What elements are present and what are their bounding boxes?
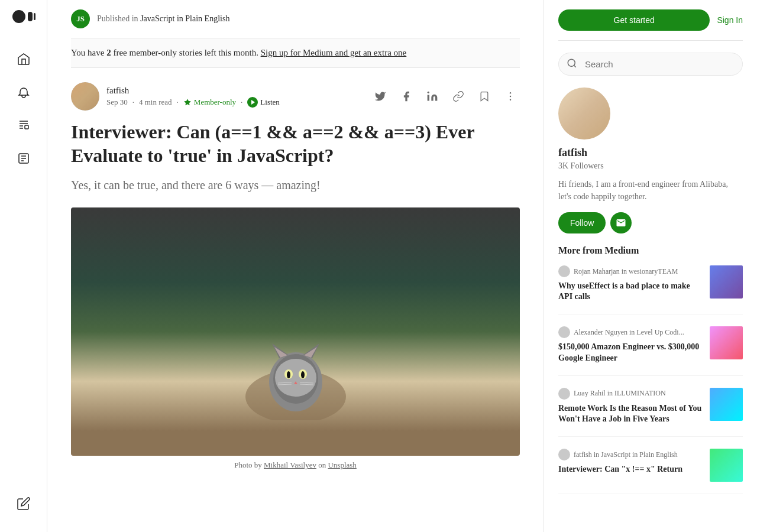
svg-point-20 (301, 371, 305, 378)
search-icon (567, 58, 577, 71)
publication-avatar: JS (71, 9, 90, 28)
more-item-title-0[interactable]: Why useEffect is a bad place to make API… (558, 281, 703, 302)
read-time: 4 min read (139, 98, 172, 107)
publication-text: Published in JavaScript in Plain English (97, 14, 229, 24)
sidebar-nav (9, 45, 38, 489)
more-author-avatar-1 (558, 326, 570, 338)
more-author-avatar-3 (558, 449, 570, 460)
svg-point-0 (12, 10, 25, 23)
more-item-title-2[interactable]: Remote Work Is the Reason Most of You Wo… (558, 403, 703, 424)
svg-rect-2 (34, 13, 35, 20)
more-item-thumbnail-1 (710, 326, 743, 359)
membership-banner: You have 2 free member-only stories left… (71, 38, 520, 68)
author-card-followers: 3K Followers (558, 161, 743, 171)
share-linkedin-icon[interactable] (423, 87, 442, 106)
more-item-title-1[interactable]: $150,000 Amazon Engineer vs. $300,000 Go… (558, 342, 703, 363)
search-container (558, 53, 743, 76)
publication-link[interactable]: JavaScript in Plain English (140, 14, 229, 23)
save-icon[interactable] (475, 87, 494, 106)
sidebar-item-notifications[interactable] (9, 78, 38, 106)
sidebar-item-stories[interactable] (9, 144, 38, 173)
svg-point-6 (510, 92, 512, 94)
photographer-link[interactable]: Mikhail Vasilyev (264, 460, 316, 469)
svg-rect-1 (28, 12, 33, 21)
more-options-icon[interactable] (501, 87, 520, 106)
more-item-title-3[interactable]: Interviewer: Can "x !== x" Return (558, 464, 703, 475)
more-from-medium-section: More from Medium Rojan Maharjan in wesio… (558, 245, 743, 494)
sidebar-item-home[interactable] (9, 45, 38, 73)
listen-badge[interactable]: Listen (247, 97, 280, 108)
article-meta: fatfish Sep 30 · 4 min read · Member-onl… (71, 68, 520, 120)
photo-credit: Photo by Mikhail Vasilyev on Unsplash (71, 460, 520, 470)
get-started-button[interactable]: Get started (558, 9, 710, 31)
more-section-title: More from Medium (558, 245, 743, 256)
member-badge: Member-only (183, 98, 236, 107)
svg-point-16 (275, 359, 316, 397)
subscribe-button[interactable] (610, 212, 632, 233)
medium-logo[interactable] (12, 9, 35, 26)
listen-icon (247, 97, 258, 108)
more-item-thumbnail-3 (710, 449, 743, 482)
author-card: fatfish 3K Followers Hi friends, I am a … (558, 87, 743, 233)
svg-point-8 (510, 99, 512, 101)
article-date: Sep 30 (106, 98, 128, 107)
main-content: JS Published in JavaScript in Plain Engl… (47, 0, 544, 532)
more-item-3: fatfish in JavaScript in Plain English I… (558, 449, 743, 494)
more-author-text-2: Luay Rahil in ILLUMINATION (574, 389, 666, 398)
more-author-text-0: Rojan Maharjan in wesionaryTEAM (574, 267, 678, 276)
photo-platform-link[interactable]: Unsplash (328, 460, 356, 469)
copy-link-icon[interactable] (449, 87, 468, 106)
free-stories-count: 2 (106, 48, 111, 57)
signup-link[interactable]: Sign up for Medium and get an extra one (261, 48, 407, 57)
sidebar-item-lists[interactable] (9, 111, 38, 140)
right-sidebar: Get started Sign In fatfish 3K Followers… (544, 0, 757, 532)
author-avatar[interactable] (71, 82, 99, 111)
follow-button[interactable]: Follow (558, 212, 606, 233)
more-item-0: Rojan Maharjan in wesionaryTEAM Why useE… (558, 265, 743, 314)
author-name[interactable]: fatfish (106, 86, 364, 96)
svg-rect-3 (25, 125, 28, 129)
article-top-bar: JS Published in JavaScript in Plain Engl… (71, 0, 520, 38)
sidebar-item-write[interactable] (9, 489, 38, 518)
author-card-avatar (558, 87, 610, 140)
article-subtitle: Yes, it can be true, and there are 6 way… (71, 177, 520, 193)
more-author-avatar-0 (558, 265, 570, 277)
author-info: fatfish Sep 30 · 4 min read · Member-onl… (106, 86, 364, 108)
more-author-text-3: fatfish in JavaScript in Plain English (574, 450, 678, 459)
more-item-thumbnail-2 (710, 388, 743, 421)
share-facebook-icon[interactable] (397, 87, 416, 106)
article-details: Sep 30 · 4 min read · Member-only · List… (106, 97, 364, 108)
svg-point-19 (287, 371, 290, 378)
more-item-1: Alexander Nguyen in Level Up Codi... $15… (558, 326, 743, 375)
search-input[interactable] (558, 53, 743, 76)
article-actions (371, 87, 520, 106)
svg-point-26 (568, 59, 575, 66)
svg-point-7 (510, 96, 512, 98)
author-card-name: fatfish (558, 147, 743, 159)
article-title: Interviewer: Can (a==1 && a==2 && a==3) … (71, 120, 520, 167)
author-card-bio: Hi friends, I am a front-end engineer fr… (558, 178, 743, 203)
more-author-avatar-2 (558, 388, 570, 400)
share-twitter-icon[interactable] (371, 87, 390, 106)
more-item-thumbnail-0 (710, 265, 743, 299)
svg-point-5 (428, 92, 429, 93)
sign-in-button[interactable]: Sign In (717, 15, 743, 25)
more-author-text-1: Alexander Nguyen in Level Up Codi... (574, 328, 684, 337)
right-header: Get started Sign In (558, 0, 743, 41)
sidebar (0, 0, 47, 532)
author-card-actions: Follow (558, 212, 743, 233)
more-item-2: Luay Rahil in ILLUMINATION Remote Work I… (558, 388, 743, 437)
article-hero-image (71, 207, 520, 456)
